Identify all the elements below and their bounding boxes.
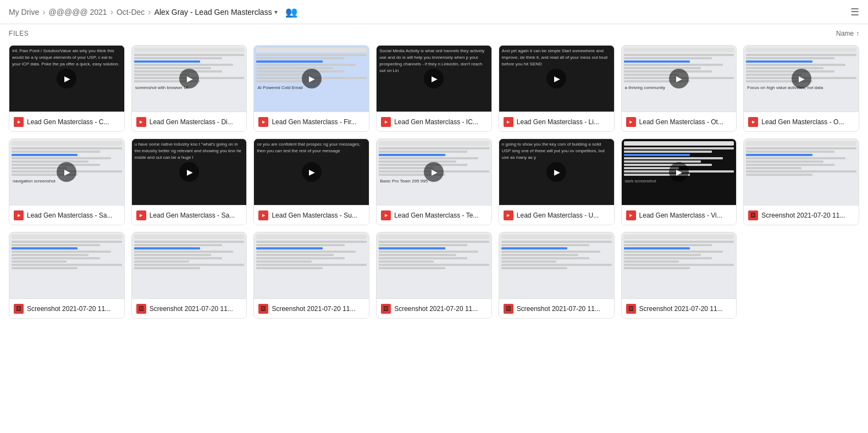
file-name: Lead Gen Masterclass - Ot...	[639, 118, 732, 126]
file-name: Lead Gen Masterclass - Di...	[150, 118, 242, 126]
file-card[interactable]: dark screenshotLead Gen Masterclass - Vi…	[621, 138, 737, 225]
file-card[interactable]: Focus on high value activities, not data…	[743, 45, 859, 132]
file-card[interactable]: AI Powered Cold EmailLead Gen Masterclas…	[253, 45, 369, 132]
file-card[interactable]: screenshot with browser UILead Gen Maste…	[131, 45, 247, 132]
sort-name-button[interactable]: Name ↑	[836, 30, 859, 37]
thumb-screenshot	[499, 232, 614, 298]
file-name: Lead Gen Masterclass - Su...	[272, 212, 364, 219]
thumb-screenshot	[744, 139, 859, 205]
breadcrumb-current[interactable]: Alex Gray - Lead Gen Masterclass ▾	[154, 8, 278, 16]
file-card[interactable]: Screenshot 2021-07-20 11...	[9, 232, 125, 319]
video-file-icon	[381, 210, 391, 220]
file-card[interactable]: Basic Pro Team 295 995Lead Gen Mastercla…	[376, 138, 492, 225]
file-card[interactable]: Screenshot 2021-07-20 11...	[131, 232, 247, 319]
file-card[interactable]: Screenshot 2021-07-20 11...	[376, 232, 492, 319]
list-view-icon[interactable]: ☰	[850, 6, 859, 18]
image-file-icon	[626, 304, 636, 314]
play-button[interactable]	[302, 69, 322, 88]
file-card[interactable]: a thriving communityLead Gen Masterclass…	[621, 45, 737, 132]
file-card[interactable]: ce you are confident that prospec ng you…	[253, 138, 369, 225]
thumb-screenshot	[377, 232, 491, 298]
image-file-icon	[136, 304, 146, 314]
file-name: Lead Gen Masterclass - Fir...	[272, 118, 364, 126]
file-card[interactable]: Screenshot 2021-07-20 11...	[253, 232, 369, 319]
video-file-icon	[504, 117, 513, 127]
video-file-icon	[504, 210, 513, 220]
file-card[interactable]: n going to show you the key com of build…	[499, 138, 615, 225]
file-card[interactable]: Screenshot 2021-07-20 11...	[743, 138, 859, 225]
file-card[interactable]: navigation screenshotLead Gen Masterclas…	[9, 138, 125, 225]
video-file-icon	[258, 117, 268, 127]
file-name: Screenshot 2021-07-20 11...	[150, 305, 242, 313]
sort-label-text: Name	[836, 30, 854, 37]
video-file-icon	[136, 117, 146, 127]
file-name: Lead Gen Masterclass - IC...	[394, 118, 487, 126]
share-people-icon[interactable]: 👥	[285, 6, 297, 18]
video-file-icon	[381, 117, 391, 127]
breadcrumb-bar: My Drive › @@@@@ 2021 › Oct-Dec › Alex G…	[0, 0, 868, 24]
image-file-icon	[504, 304, 513, 314]
breadcrumb-sep-1: ›	[42, 7, 45, 17]
file-name: Screenshot 2021-07-20 11...	[639, 305, 732, 313]
file-name: Screenshot 2021-07-20 11...	[272, 305, 364, 313]
file-card[interactable]: Screenshot 2021-07-20 11...	[499, 232, 615, 319]
files-header: Files Name ↑	[0, 24, 868, 41]
video-file-icon	[626, 210, 636, 220]
play-button[interactable]	[302, 162, 322, 182]
breadcrumb-sep-2: ›	[110, 7, 113, 17]
play-button[interactable]	[546, 69, 566, 88]
play-button[interactable]	[669, 69, 689, 88]
play-button[interactable]	[792, 69, 811, 88]
image-file-icon	[258, 304, 268, 314]
file-card[interactable]: Social Media Activity is what onli hanne…	[376, 45, 492, 132]
video-file-icon	[14, 117, 24, 127]
file-card[interactable]: And yet again it can be simple Start som…	[499, 45, 615, 132]
thumb-screenshot	[622, 232, 737, 298]
file-card[interactable]: Screenshot 2021-07-20 11...	[621, 232, 737, 319]
thumb-screenshot	[9, 232, 124, 298]
file-name: Lead Gen Masterclass - Sa...	[150, 212, 242, 219]
file-name: Lead Gen Masterclass - O...	[761, 118, 854, 126]
file-name: Lead Gen Masterclass - Li...	[517, 118, 610, 126]
play-button[interactable]	[179, 162, 199, 182]
breadcrumb-sep-3: ›	[148, 7, 151, 17]
play-button[interactable]	[179, 69, 199, 88]
file-name: Lead Gen Masterclass - Te...	[394, 212, 487, 219]
breadcrumb-oct-dec[interactable]: Oct-Dec	[117, 8, 145, 16]
files-grid: #4: Pain Point / Solution/Value ain why …	[0, 41, 868, 327]
chevron-down-icon[interactable]: ▾	[274, 8, 278, 16]
files-section-label: Files	[9, 30, 29, 37]
image-file-icon	[381, 304, 391, 314]
file-name: Screenshot 2021-07-20 11...	[27, 305, 120, 313]
file-name: Screenshot 2021-07-20 11...	[761, 212, 854, 219]
file-name: Screenshot 2021-07-20 11...	[517, 305, 610, 313]
file-name: Lead Gen Masterclass - Sa...	[27, 212, 120, 219]
file-card[interactable]: u have some native industry kno t "what'…	[131, 138, 247, 225]
breadcrumb-current-label: Alex Gray - Lead Gen Masterclass	[154, 8, 272, 16]
sort-direction-icon: ↑	[856, 30, 859, 37]
breadcrumb-year[interactable]: @@@@@ 2021	[49, 8, 107, 16]
thumb-screenshot	[132, 232, 247, 298]
video-file-icon	[626, 117, 636, 127]
image-file-icon	[748, 210, 758, 220]
play-button[interactable]	[546, 162, 566, 182]
breadcrumb-my-drive[interactable]: My Drive	[9, 8, 39, 16]
play-button[interactable]	[669, 162, 689, 182]
video-file-icon	[136, 210, 146, 220]
file-name: Lead Gen Masterclass - Vi...	[639, 212, 732, 219]
video-file-icon	[258, 210, 268, 220]
image-file-icon	[14, 304, 24, 314]
file-name: Lead Gen Masterclass - C...	[27, 118, 120, 126]
video-file-icon	[748, 117, 758, 127]
video-file-icon	[14, 210, 24, 220]
file-name: Screenshot 2021-07-20 11...	[394, 305, 487, 313]
thumb-screenshot	[254, 232, 369, 298]
file-card[interactable]: #4: Pain Point / Solution/Value ain why …	[9, 45, 125, 132]
file-name: Lead Gen Masterclass - U...	[517, 212, 610, 219]
